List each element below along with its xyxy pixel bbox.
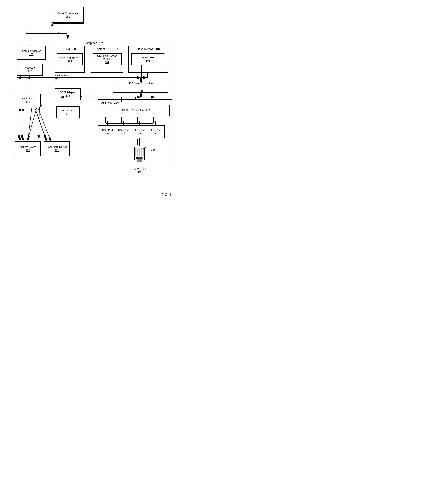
figure-label: FIG. 1 [161,193,171,197]
user-input-device-box: User Input Device 181 [44,141,70,156]
key-drive-label: Key Drive 122 [130,167,150,174]
usb-hub-controller-num: 110 [146,109,150,112]
hard-disk-box: Hard Disk 170 [56,106,80,118]
system-bios-label: System BIOS [96,47,112,51]
operating-system-box: Operating System 154 [57,53,83,65]
ram-num: 168 [71,47,76,51]
ram-label: RAM [64,47,70,51]
usb-host-controller-box: USB Host Controller 108 [112,82,168,93]
other-computers-label: Other Computers [57,12,78,15]
usb-port-120-box: USB Port 120 [146,125,165,138]
usb-hub-controller-label: USB Hub Controller [120,109,144,112]
system-bus-label: System Bus 160 [55,74,68,80]
key-drive-icon: 124 [131,146,147,165]
io-adapter-box: I/O Adapter 178 [15,94,41,107]
port-table-box: Port Table 106 [131,53,164,65]
svg-rect-40 [137,159,142,162]
processor-box: Processor 156 [17,64,43,76]
usb-hub-label: USB Hub [101,101,112,104]
scsi-adapter-box: SCSI Adapter 176 [55,88,81,100]
system-bios-num: 100 [114,47,119,51]
computer-num: 152 [98,41,103,45]
computer-label: Computer [85,41,97,45]
svg-text:184: 184 [58,31,62,34]
diagram: 184 [4,4,175,199]
other-computers-num: 182 [65,15,70,18]
usb-hub-controller-box: USB Hub Controller 110 [100,105,170,116]
flash-memory-num: 104 [156,47,160,51]
arrow-184-label: 184 [50,31,55,33]
svg-rect-48 [136,157,142,159]
usb-port-access-box: USB Port Access Module 102 [93,53,121,65]
comms-adapter-box: Comms Adapter 167 [17,46,46,60]
flash-memory-label: Flash Memory [136,47,154,51]
display-device-box: Display Device 180 [15,141,41,156]
usb-hub-num: 126 [114,101,119,104]
